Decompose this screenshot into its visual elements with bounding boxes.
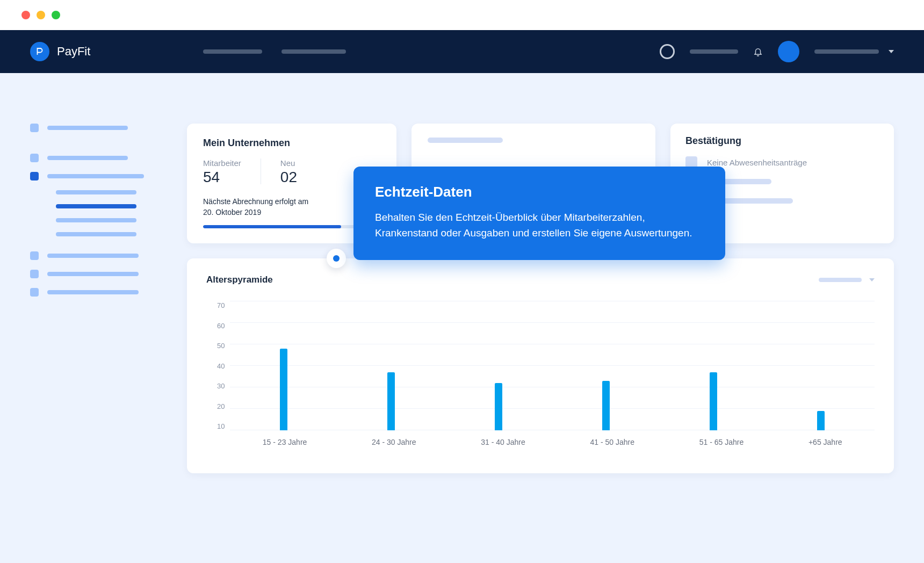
company-card-title: Mein Unternehmen: [203, 138, 380, 149]
chart-x-label: 31 - 40 Jahre: [481, 438, 525, 446]
realtime-data-callout: Echtzeit-Daten Behalten Sie den Echtzeit…: [353, 167, 725, 260]
new-label: Neu: [280, 158, 297, 168]
chart-x-axis: 15 - 23 Jahre24 - 30 Jahre31 - 40 Jahre4…: [230, 438, 875, 446]
nav-text-placeholder: [690, 49, 738, 54]
chart-y-axis: 70605040302010: [217, 301, 225, 430]
account-dropdown[interactable]: [814, 49, 894, 54]
chart-bar[interactable]: [710, 372, 717, 430]
chart-x-label: 51 - 65 Jahre: [699, 438, 744, 446]
chart-bar[interactable]: [817, 411, 825, 430]
chart-title: Alterspyramide: [206, 275, 273, 285]
age-pyramid-card: Alterspyramide 70605040302010 15 - 23 Ja…: [187, 258, 894, 473]
employee-value: 54: [203, 169, 241, 186]
sidebar-subitem[interactable]: [56, 190, 136, 194]
callout-title: Echtzeit-Daten: [375, 184, 704, 200]
bell-icon[interactable]: [753, 47, 763, 56]
avatar[interactable]: [778, 41, 799, 62]
sidebar-subitem[interactable]: [56, 218, 136, 222]
close-window-dot[interactable]: [21, 11, 30, 19]
maximize-window-dot[interactable]: [52, 11, 60, 19]
sidebar: [30, 124, 164, 563]
minimize-window-dot[interactable]: [37, 11, 45, 19]
employee-label: Mitarbeiter: [203, 158, 241, 168]
chart-bar[interactable]: [387, 372, 395, 430]
account-name-placeholder: [814, 49, 879, 54]
nav-link-placeholder[interactable]: [203, 49, 262, 54]
chart-x-label: +65 Jahre: [808, 438, 842, 446]
tour-dot-indicator[interactable]: [327, 249, 346, 268]
sidebar-subitem[interactable]: [56, 204, 136, 208]
chart-bar[interactable]: [495, 383, 502, 430]
confirmation-title: Bestätigung: [685, 135, 879, 147]
chevron-down-icon: [869, 278, 875, 282]
brand[interactable]: PayFit: [30, 42, 90, 61]
brand-name: PayFit: [57, 45, 90, 59]
sidebar-subitem[interactable]: [56, 232, 136, 236]
chart-bar[interactable]: [280, 349, 287, 430]
chart-x-label: 15 - 23 Jahre: [263, 438, 307, 446]
sidebar-item[interactable]: [30, 124, 164, 132]
chart-x-label: 41 - 50 Jahre: [590, 438, 634, 446]
nav-links: [203, 49, 346, 54]
chart-bar[interactable]: [602, 381, 610, 430]
top-navbar: PayFit: [0, 30, 924, 73]
brand-logo-icon: [30, 42, 49, 61]
sidebar-item[interactable]: [30, 270, 164, 278]
sidebar-item[interactable]: [30, 172, 164, 181]
sidebar-item[interactable]: [30, 251, 164, 260]
nav-link-placeholder[interactable]: [281, 49, 346, 54]
page-body: Mein Unternehmen Mitarbeiter 54 Neu 02 N…: [0, 73, 924, 563]
new-value: 02: [280, 169, 297, 186]
chevron-down-icon: [889, 50, 894, 53]
age-pyramid-chart: 70605040302010 15 - 23 Jahre24 - 30 Jahr…: [206, 301, 875, 457]
chart-x-label: 24 - 30 Jahre: [372, 438, 416, 446]
status-ring-icon[interactable]: [660, 44, 675, 59]
chart-plot-area: [230, 301, 875, 430]
callout-body: Behalten Sie den Echtzeit-Überblick über…: [375, 210, 704, 241]
no-absences-text: Keine Abwesenheitsanträge: [707, 158, 807, 167]
chart-filter-dropdown[interactable]: [819, 278, 875, 282]
stat-separator: [261, 158, 261, 184]
window-chrome: [0, 0, 924, 30]
main-content: Mein Unternehmen Mitarbeiter 54 Neu 02 N…: [187, 124, 894, 563]
sidebar-item[interactable]: [30, 288, 164, 297]
sidebar-item[interactable]: [30, 154, 164, 162]
